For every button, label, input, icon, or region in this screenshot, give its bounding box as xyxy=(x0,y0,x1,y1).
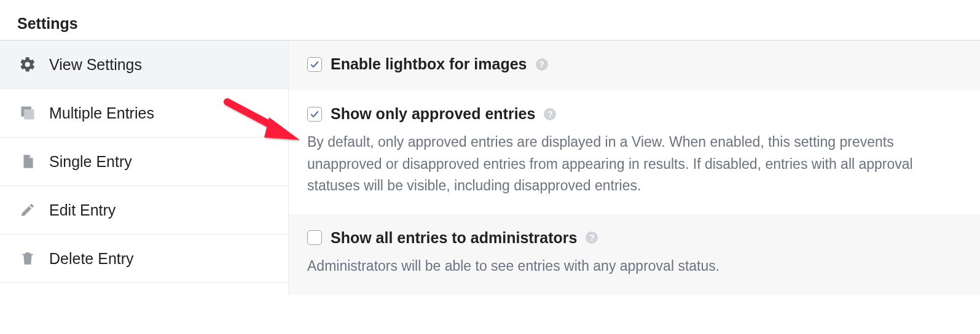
help-icon[interactable]: ? xyxy=(544,108,556,120)
gear-icon xyxy=(18,55,37,74)
sidebar-item-multiple-entries[interactable]: Multiple Entries xyxy=(0,89,288,138)
setting-description: Administrators will be able to see entri… xyxy=(307,255,962,278)
sidebar-item-edit-entry[interactable]: Edit Entry xyxy=(0,186,288,235)
help-icon[interactable]: ? xyxy=(536,58,548,71)
svg-rect-1 xyxy=(24,109,34,119)
checkbox-approved-only[interactable] xyxy=(307,107,322,122)
sidebar: View Settings Multiple Entries Single En… xyxy=(0,41,289,295)
sidebar-item-label: View Settings xyxy=(49,56,142,74)
help-icon[interactable]: ? xyxy=(586,231,598,244)
sidebar-item-delete-entry[interactable]: Delete Entry xyxy=(0,235,288,283)
settings-container: View Settings Multiple Entries Single En… xyxy=(0,40,980,295)
file-icon xyxy=(18,152,37,171)
trash-icon xyxy=(18,249,37,268)
stack-icon xyxy=(18,104,37,122)
checkbox-show-all-admins[interactable] xyxy=(307,230,322,245)
pencil-icon xyxy=(18,201,37,219)
setting-enable-lightbox: Enable lightbox for images ? xyxy=(289,41,980,90)
setting-approved-only: Show only approved entries ? By default,… xyxy=(289,90,980,214)
sidebar-item-label: Single Entry xyxy=(49,153,132,171)
page-title: Settings xyxy=(0,0,980,40)
sidebar-item-view-settings[interactable]: View Settings xyxy=(0,41,288,89)
sidebar-item-label: Edit Entry xyxy=(49,201,116,219)
setting-description: By default, only approved entries are di… xyxy=(307,131,962,197)
main-panel: Enable lightbox for images ? Show only a… xyxy=(289,41,980,295)
setting-label: Show only approved entries xyxy=(331,105,535,123)
checkbox-enable-lightbox[interactable] xyxy=(307,57,322,72)
sidebar-item-label: Multiple Entries xyxy=(49,104,154,122)
setting-show-all-admins: Show all entries to administrators ? Adm… xyxy=(289,214,980,295)
setting-label: Show all entries to administrators xyxy=(331,229,577,247)
sidebar-item-label: Delete Entry xyxy=(49,250,134,268)
setting-label: Enable lightbox for images xyxy=(331,55,527,73)
sidebar-item-single-entry[interactable]: Single Entry xyxy=(0,138,288,186)
